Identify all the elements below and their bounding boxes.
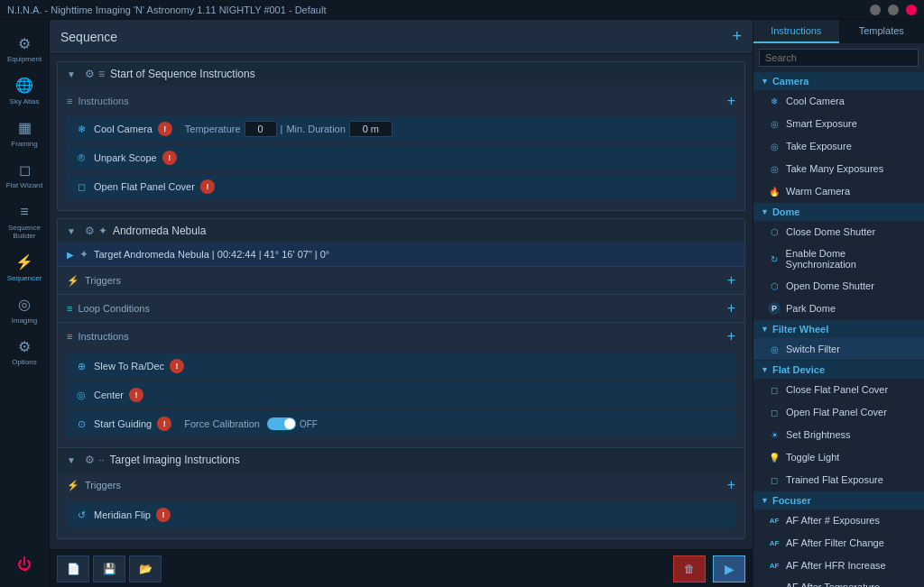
cat-item-af-after-exposures[interactable]: AF AF After # Exposures — [753, 509, 924, 532]
af-hfr-label: AF After HFR Increase — [786, 560, 886, 571]
cat-item-take-many-exposures[interactable]: ◎ Take Many Exposures — [753, 158, 924, 180]
switch-filter-icon: ◎ — [768, 343, 781, 355]
sidebar-label-equipment: Equipment — [7, 56, 42, 64]
maximize-button[interactable] — [888, 5, 899, 15]
sidebar-item-equipment[interactable]: ⚙ Equipment — [0, 27, 49, 69]
sidebar-label-skyatlas: Sky Atlas — [10, 98, 40, 106]
open-dome-icon: ⬡ — [768, 280, 781, 292]
sidebar-item-options[interactable]: ⚙ Options — [0, 330, 49, 372]
cat-item-smart-exposure[interactable]: ◎ Smart Exposure — [753, 113, 924, 135]
cat-item-af-hfr-increase[interactable]: AF AF After HFR Increase — [753, 555, 924, 577]
target-imaging-header[interactable]: ▼ ⚙ ·· Target Imaging Instructions — [58, 448, 744, 472]
instr-unpark-scope[interactable]: ® Unpark Scope ! — [67, 145, 735, 170]
instructions-add-button-0[interactable]: + — [727, 93, 735, 109]
meridian-flip-error: ! — [156, 508, 171, 522]
take-exposure-icon: ◎ — [768, 140, 781, 152]
new-sequence-button[interactable]: 📄 — [57, 555, 89, 582]
force-cal-toggle[interactable]: OFF — [267, 417, 318, 430]
close-button[interactable] — [906, 5, 917, 15]
guiding-error: ! — [157, 417, 171, 431]
meridian-flip-label: Meridian Flip — [94, 509, 151, 520]
cat-item-af-temp-change[interactable]: AF AF After Temperature Change — [753, 577, 924, 587]
sequence-add-button[interactable]: + — [732, 27, 742, 46]
open-dome-label: Open Dome Shutter — [786, 280, 874, 291]
sidebar-item-framing[interactable]: ▦ Framing — [0, 112, 49, 154]
sequencebuilder-icon: ≡ — [14, 201, 35, 223]
cat-item-open-dome[interactable]: ⬡ Open Dome Shutter — [753, 275, 924, 298]
cat-focuser-header[interactable]: ▼ Focuser — [753, 491, 924, 509]
search-input[interactable] — [759, 49, 919, 67]
save-sequence-button[interactable]: 💾 — [93, 555, 125, 582]
instr-meridian-flip[interactable]: ↺ Meridian Flip ! — [67, 502, 735, 527]
sidebar-label-flatwizard: Flat Wizard — [6, 182, 42, 190]
loop-conditions-header[interactable]: ≡ Loop Conditions + — [58, 295, 744, 322]
sidebar-item-flatwizard[interactable]: ◻ Flat Wizard — [0, 153, 49, 196]
toggle-track[interactable] — [267, 417, 296, 430]
andromeda-instructions-header[interactable]: ≡ Instructions + — [58, 323, 744, 350]
af-filter-icon: AF — [768, 537, 781, 549]
sidebar-item-sequencer[interactable]: ⚡ Sequencer — [0, 246, 49, 289]
cat-item-close-flat-panel[interactable]: ◻ Close Flat Panel Cover — [753, 379, 924, 401]
start-of-sequence-title: Start of Sequence Instructions — [110, 68, 255, 80]
target-imaging-icon-2: ·· — [98, 454, 105, 466]
cool-camera-label: Cool Camera — [94, 124, 152, 134]
open-flat-panel-list-icon: ◻ — [768, 406, 781, 418]
park-dome-label: Park Dome — [786, 303, 836, 314]
sidebar-item-imaging[interactable]: ◎ Imaging — [0, 289, 49, 331]
cat-item-af-filter-change[interactable]: AF AF After Filter Change — [753, 532, 924, 555]
target-header[interactable]: ▶ ✦ Target Andromeda Nebula | 00:42:44 |… — [58, 243, 744, 266]
dome-arrow: ▼ — [761, 207, 769, 216]
open-sequence-button[interactable]: 📂 — [129, 555, 162, 582]
instr-cool-camera[interactable]: ❄ Cool Camera ! Temperature | Min. Durat… — [67, 116, 735, 142]
triggers-icon: ⚡ — [67, 275, 79, 287]
cat-item-park-dome[interactable]: P Park Dome — [753, 298, 924, 320]
target-info: Target Andromeda Nebula | 00:42:44 | 41°… — [94, 249, 329, 260]
cat-item-open-flat-panel-list[interactable]: ◻ Open Flat Panel Cover — [753, 401, 924, 424]
cat-item-dome-sync[interactable]: ↻ Enable Dome Synchronization — [753, 243, 924, 275]
instr-open-flat-panel[interactable]: ◻ Open Flat Panel Cover ! — [67, 174, 735, 199]
toggle-off-label: OFF — [300, 419, 318, 429]
sidebar-item-sequencebuilder[interactable]: ≡ SequenceBuilder — [0, 196, 49, 246]
tab-instructions[interactable]: Instructions — [753, 20, 839, 43]
andromeda-instructions-add-button[interactable]: + — [727, 328, 735, 344]
sidebar: ⚙ Equipment 🌐 Sky Atlas ▦ Framing ◻ Flat… — [0, 20, 50, 587]
sep: | — [281, 124, 283, 134]
cat-item-take-exposure[interactable]: ◎ Take Exposure — [753, 135, 924, 158]
cat-item-close-dome[interactable]: ⬡ Close Dome Shutter — [753, 221, 924, 243]
power-icon: ⏻ — [17, 556, 32, 573]
andromeda-nebula-header[interactable]: ▼ ⚙ ✦ Andromeda Nebula — [58, 219, 744, 243]
triggers-add-button[interactable]: + — [727, 272, 735, 289]
start-of-sequence-header[interactable]: ▼ ⚙ ≡ Start of Sequence Instructions — [58, 62, 744, 86]
delete-button[interactable]: 🗑 — [673, 555, 706, 582]
cat-item-set-brightness[interactable]: ☀ Set Brightness — [753, 424, 924, 446]
target-imaging-subsection: ▼ ⚙ ·· Target Imaging Instructions ⚡ Tri… — [58, 447, 744, 538]
minimize-button[interactable] — [870, 5, 881, 15]
instr-center[interactable]: ◎ Center ! — [67, 382, 735, 408]
cat-item-toggle-light[interactable]: 💡 Toggle Light — [753, 446, 924, 469]
power-button[interactable]: ⏻ — [0, 549, 49, 580]
sequence-body: ▼ ⚙ ≡ Start of Sequence Instructions ≡ I… — [50, 54, 753, 549]
temp-input[interactable] — [245, 121, 277, 137]
cat-item-switch-filter[interactable]: ◎ Switch Filter — [753, 338, 924, 361]
play-button[interactable]: ▶ — [713, 555, 745, 582]
target-triggers-add-button[interactable]: + — [727, 477, 735, 493]
cat-item-warm-camera[interactable]: 🔥 Warm Camera — [753, 180, 924, 203]
instructions-header-0: ≡ Instructions + — [67, 93, 735, 109]
cat-filterwheel-header[interactable]: ▼ Filter Wheel — [753, 320, 924, 338]
target-imaging-triggers-header[interactable]: ⚡ Triggers + — [58, 472, 744, 499]
loop-conditions-add-button[interactable]: + — [727, 300, 735, 316]
take-exposure-label: Take Exposure — [786, 141, 852, 151]
tab-templates[interactable]: Templates — [839, 20, 925, 43]
triggers-header[interactable]: ⚡ Triggers + — [58, 267, 744, 294]
sidebar-item-skyatlas[interactable]: 🌐 Sky Atlas — [0, 69, 49, 112]
cat-item-cool-camera[interactable]: ❄ Cool Camera — [753, 90, 924, 113]
mindur-input[interactable] — [349, 121, 393, 137]
cat-item-trained-flat-exposure[interactable]: ◻ Trained Flat Exposure — [753, 469, 924, 491]
cat-camera-header[interactable]: ▼ Camera — [753, 72, 924, 90]
instr-start-guiding[interactable]: ⊙ Start Guiding ! Force Calibration OFF — [67, 411, 735, 436]
expand-icon-2: ▼ — [67, 226, 76, 236]
cat-dome-header[interactable]: ▼ Dome — [753, 203, 924, 221]
cat-flatdevice-header[interactable]: ▼ Flat Device — [753, 361, 924, 379]
dome-sync-icon: ↻ — [768, 252, 781, 265]
instr-slew[interactable]: ⊕ Slew To Ra/Dec ! — [67, 353, 735, 379]
